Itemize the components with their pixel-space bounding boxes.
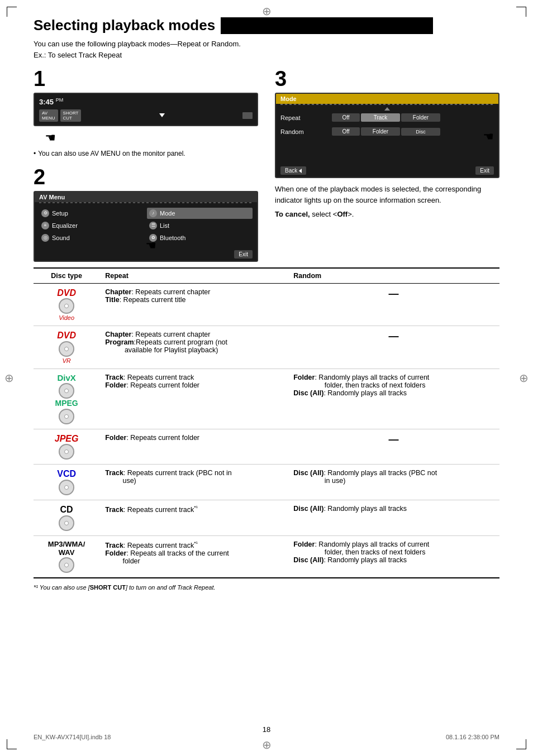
cd-wrapper: CD bbox=[39, 505, 94, 531]
jpeg-disc bbox=[59, 444, 74, 460]
random-off[interactable]: Off bbox=[332, 127, 360, 136]
step-1-note-text: You can also use AV MENU on the monitor … bbox=[38, 150, 185, 157]
mode-row-repeat: Repeat Off Track Folder bbox=[276, 112, 498, 123]
footnote-ref-2: *¹ bbox=[194, 540, 198, 546]
table-row: DVD Video Chapter: Repeats current chapt… bbox=[34, 283, 499, 326]
mode-back-button[interactable]: Back bbox=[280, 166, 306, 175]
dvd-video-dash: — bbox=[389, 288, 399, 299]
random-cd: Disc (All): Randomly plays all tracks bbox=[288, 500, 499, 535]
th-disc-type: Disc type bbox=[34, 268, 99, 284]
screen-buttons-row: AVMENU SHORTCUT bbox=[39, 109, 253, 122]
repeat-folder[interactable]: Folder bbox=[401, 113, 440, 122]
step-3-desc-text: When one of the playback modes is select… bbox=[275, 185, 481, 204]
title-bar-decoration bbox=[221, 17, 433, 34]
step-2: 2 AV Menu ⚙ Setup ♪ Mode bbox=[34, 166, 258, 253]
av-menu-item-setup[interactable]: ⚙ Setup bbox=[39, 208, 145, 219]
divx-disc bbox=[59, 383, 74, 399]
footer-left-text: EN_KW-AVX714[UI].indb 18 bbox=[34, 734, 111, 740]
repeat-track-cd-label: Track bbox=[105, 506, 123, 514]
repeat-chapter-vr-label: Chapter bbox=[105, 331, 131, 338]
divx-wrapper: DivX MPEG bbox=[39, 374, 94, 424]
av-exit-button[interactable]: Exit bbox=[234, 250, 253, 259]
repeat-track-mp3-label: Track bbox=[105, 542, 123, 549]
reg-mark-left: ⊕ bbox=[4, 371, 14, 385]
dvd-video-wrapper: DVD Video bbox=[39, 288, 94, 322]
footnote-content: You can also use [SHORT CUT] to turn on … bbox=[40, 584, 216, 591]
random-vcd: Disc (All): Randomly plays all tracks (P… bbox=[288, 465, 499, 500]
repeat-cd: Track: Repeats current track*¹ bbox=[99, 500, 288, 535]
step-3: 3 Mode Repeat Off Track Folder Ra bbox=[275, 68, 499, 218]
mode-divider bbox=[280, 104, 494, 105]
mp3-disc bbox=[59, 557, 74, 573]
vcd-wrapper: VCD bbox=[39, 469, 94, 495]
mode-exit-button[interactable]: Exit bbox=[475, 166, 494, 175]
reg-mark-top: ⊕ bbox=[262, 4, 272, 18]
page-number: 18 bbox=[263, 725, 270, 734]
av-menu-btn[interactable]: AVMENU bbox=[39, 109, 58, 122]
screen-top-row: 3:45 PM bbox=[39, 97, 253, 106]
table-row: CD Track: Repeats current track*¹ Disc (… bbox=[34, 500, 499, 535]
dvd-video-label: DVD bbox=[57, 288, 76, 298]
short-cut-btn[interactable]: SHORTCUT bbox=[60, 109, 82, 122]
footnote-text: *¹ You can also use [SHORT CUT] to turn … bbox=[34, 584, 499, 591]
mode-icon: ♪ bbox=[149, 209, 157, 217]
bullet-1: • bbox=[34, 150, 36, 157]
screen-time: 3:45 bbox=[39, 98, 56, 106]
av-menu-item-mode[interactable]: ♪ Mode bbox=[147, 208, 253, 219]
repeat-off[interactable]: Off bbox=[332, 113, 360, 122]
av-menu-item-list[interactable]: ☰ List bbox=[147, 220, 253, 231]
disc-type-mp3: MP3/WMA/ WAV bbox=[34, 535, 99, 578]
step-1-note: • You can also use AV MENU on the monito… bbox=[34, 150, 258, 157]
repeat-chapter-label: Chapter bbox=[105, 288, 131, 296]
dvd-vr-wrapper: DVD VR bbox=[39, 331, 94, 364]
intro-line-2: Ex.: To select Track Repeat bbox=[34, 51, 122, 59]
mp3-wrapper: MP3/WMA/ WAV bbox=[39, 540, 94, 573]
footer-right-text: 08.1.16 2:38:00 PM bbox=[446, 734, 499, 740]
table-header-row: Disc type Repeat Random bbox=[34, 268, 499, 284]
screen-pm: PM bbox=[56, 97, 64, 103]
step-2-number: 2 bbox=[34, 166, 258, 188]
repeat-label: Repeat bbox=[280, 114, 331, 121]
av-menu-item-sound[interactable]: ◎ Sound bbox=[39, 232, 145, 243]
random-label: Random bbox=[280, 128, 331, 135]
dvd-vr-label: DVD bbox=[57, 331, 76, 341]
vcd-disc bbox=[59, 480, 74, 495]
av-menu-item-equalizer[interactable]: ≡ Equalizer bbox=[39, 220, 145, 231]
footnote-ref-1: *¹ bbox=[194, 505, 198, 510]
vcd-label: VCD bbox=[57, 469, 76, 479]
corner-mark-tr bbox=[516, 7, 526, 17]
random-folder-divx-label: Folder bbox=[293, 374, 315, 381]
repeat-track[interactable]: Track bbox=[361, 113, 400, 122]
repeat-track-divx-label: Track bbox=[105, 374, 123, 381]
cd-disc bbox=[59, 515, 74, 531]
random-dvd-video: — bbox=[288, 283, 499, 326]
table-row: VCD Track: Repeats current track (PBC no… bbox=[34, 465, 499, 500]
random-mp3: Folder: Randomly plays all tracks of cur… bbox=[288, 535, 499, 578]
repeat-jpeg: Folder: Repeats current folder bbox=[99, 429, 288, 465]
to-cancel-action: select <Off>. bbox=[312, 210, 354, 218]
step-right-column: 3 Mode Repeat Off Track Folder Ra bbox=[275, 68, 499, 257]
mode-title-bar: Mode bbox=[276, 94, 498, 104]
random-dvd-vr: — bbox=[288, 326, 499, 369]
random-disc-all-divx-label: Disc (All) bbox=[293, 389, 323, 397]
disc-type-jpeg: JPEG bbox=[34, 429, 99, 465]
mpeg-label: MPEG bbox=[55, 399, 78, 408]
table-row: DivX MPEG Track: Repeats current track F… bbox=[34, 369, 499, 429]
table-row: MP3/WMA/ WAV Track: Repeats current trac… bbox=[34, 535, 499, 578]
av-menu-item-bluetooth[interactable]: ✿ Bluetooth bbox=[147, 232, 253, 243]
corner-mark-tl bbox=[7, 7, 17, 17]
disc-type-cd: CD bbox=[34, 500, 99, 535]
mpeg-disc bbox=[59, 409, 74, 424]
intro-line-1: You can use the following playback modes… bbox=[34, 40, 241, 48]
random-folder[interactable]: Folder bbox=[361, 127, 400, 136]
repeat-mp3: Track: Repeats current track*¹ Folder: R… bbox=[99, 535, 288, 578]
step-left-column: 1 3:45 PM AVMENU SHORTCUT bbox=[34, 68, 258, 257]
step-3-number: 3 bbox=[275, 68, 499, 89]
disc-type-dvd-vr: DVD VR bbox=[34, 326, 99, 369]
mode-label: Mode bbox=[160, 210, 175, 217]
disc-type-vcd: VCD bbox=[34, 465, 99, 500]
mode-scroll-up bbox=[276, 107, 498, 111]
to-cancel-label: To cancel, bbox=[275, 210, 310, 218]
hand-icon-3: ☛ bbox=[483, 130, 494, 144]
random-disc[interactable]: Disc bbox=[401, 128, 440, 136]
